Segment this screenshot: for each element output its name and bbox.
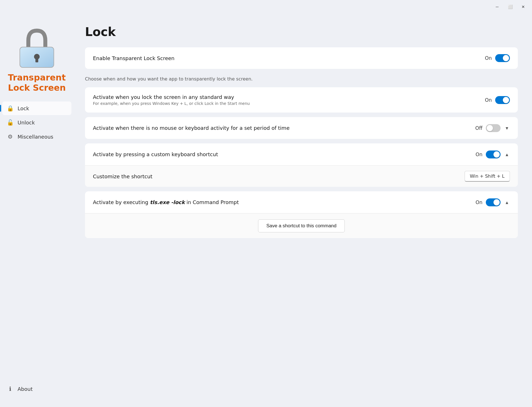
app-logo: Transparent Lock Screen xyxy=(0,19,74,101)
activate-shortcut-status: On xyxy=(476,152,482,157)
title-bar: ─ ⬜ ✕ xyxy=(0,0,532,14)
activate-idle-chevron[interactable]: ▾ xyxy=(504,124,510,132)
minimize-button[interactable]: ─ xyxy=(491,2,504,11)
description-text: Choose when and how you want the app to … xyxy=(85,73,518,87)
page-title: Lock xyxy=(85,25,518,39)
enable-transparent-toggle[interactable] xyxy=(495,54,510,62)
activate-shortcut-toggle[interactable] xyxy=(486,150,501,158)
setting-activate-shortcut: Activate by pressing a custom keyboard s… xyxy=(85,143,518,166)
activate-command-suffix: in Command Prompt xyxy=(185,199,239,205)
sidebar-item-miscellaneous[interactable]: ⚙ Miscellaneous xyxy=(2,130,71,143)
customize-shortcut-row: Customize the shortcut Win + Shift + L xyxy=(85,166,518,187)
misc-nav-icon: ⚙ xyxy=(7,133,14,140)
card-activate-standard: Activate when you lock the screen in any… xyxy=(85,87,518,113)
activate-command-label: Activate by executing tls.exe -lock in C… xyxy=(93,199,239,205)
sidebar-item-unlock[interactable]: 🔓 Unlock xyxy=(2,116,71,129)
lock-nav-icon: 🔒 xyxy=(7,105,14,112)
save-shortcut-container: Save a shortcut to this command xyxy=(85,213,518,238)
activate-command-controls: On ▴ xyxy=(476,198,510,206)
activate-command-toggle[interactable] xyxy=(486,198,501,206)
sidebar-item-lock-label: Lock xyxy=(18,105,29,111)
enable-transparent-label: Enable Transparent Lock Screen xyxy=(93,55,175,61)
activate-standard-toggle[interactable] xyxy=(495,96,510,104)
app-title: Transparent Lock Screen xyxy=(8,73,66,93)
setting-activate-command: Activate by executing tls.exe -lock in C… xyxy=(85,191,518,213)
sidebar: Transparent Lock Screen 🔒 Lock 🔓 Unlock … xyxy=(0,14,74,407)
save-shortcut-button[interactable]: Save a shortcut to this command xyxy=(258,219,345,232)
enable-transparent-controls: On xyxy=(485,54,510,62)
setting-activate-idle: Activate when there is no mouse or keybo… xyxy=(85,117,518,139)
activate-command-status: On xyxy=(476,200,482,205)
setting-enable-transparent: Enable Transparent Lock Screen On xyxy=(85,47,518,69)
about-nav-icon: ℹ xyxy=(7,385,14,392)
close-button[interactable]: ✕ xyxy=(517,2,530,11)
activate-standard-text: Activate when you lock the screen in any… xyxy=(93,94,250,106)
sidebar-item-unlock-label: Unlock xyxy=(18,120,35,126)
enable-transparent-status: On xyxy=(485,55,492,61)
sidebar-item-about[interactable]: ℹ About xyxy=(2,382,71,396)
activate-shortcut-chevron[interactable]: ▴ xyxy=(504,150,510,158)
app-icon xyxy=(14,25,59,70)
setting-activate-standard: Activate when you lock the screen in any… xyxy=(85,87,518,113)
activate-command-prefix: Activate by executing xyxy=(93,199,150,205)
activate-idle-controls: Off ▾ xyxy=(475,124,510,132)
activate-standard-controls: On xyxy=(485,96,510,104)
activate-standard-sublabel: For example, when you press Windows Key … xyxy=(93,101,250,106)
activate-shortcut-label: Activate by pressing a custom keyboard s… xyxy=(93,151,218,157)
activate-command-chevron[interactable]: ▴ xyxy=(504,198,510,206)
activate-standard-label: Activate when you lock the screen in any… xyxy=(93,94,250,100)
activate-idle-status: Off xyxy=(475,125,482,131)
sidebar-item-about-label: About xyxy=(18,386,33,392)
nav-items: 🔒 Lock 🔓 Unlock ⚙ Miscellaneous xyxy=(0,101,74,143)
activate-command-code: tls.exe -lock xyxy=(150,199,185,205)
shortcut-value-container: Win + Shift + L xyxy=(465,171,510,182)
app-window: Transparent Lock Screen 🔒 Lock 🔓 Unlock … xyxy=(0,14,532,407)
card-activate-idle: Activate when there is no mouse or keybo… xyxy=(85,117,518,139)
shortcut-value[interactable]: Win + Shift + L xyxy=(465,171,510,182)
main-content: Lock Enable Transparent Lock Screen On C… xyxy=(74,14,532,407)
maximize-button[interactable]: ⬜ xyxy=(504,2,517,11)
activate-idle-label: Activate when there is no mouse or keybo… xyxy=(93,125,290,131)
svg-rect-2 xyxy=(35,58,38,62)
customize-shortcut-label: Customize the shortcut xyxy=(93,173,152,179)
unlock-nav-icon: 🔓 xyxy=(7,119,14,126)
sidebar-item-lock[interactable]: 🔒 Lock xyxy=(2,101,71,115)
card-activate-command: Activate by executing tls.exe -lock in C… xyxy=(85,191,518,238)
sidebar-item-misc-label: Miscellaneous xyxy=(18,134,53,140)
card-enable-transparent: Enable Transparent Lock Screen On xyxy=(85,47,518,69)
card-activate-shortcut: Activate by pressing a custom keyboard s… xyxy=(85,143,518,187)
sidebar-bottom: ℹ About xyxy=(0,382,74,401)
activate-shortcut-controls: On ▴ xyxy=(476,150,510,158)
activate-idle-toggle[interactable] xyxy=(486,124,501,132)
activate-standard-status: On xyxy=(485,97,492,103)
